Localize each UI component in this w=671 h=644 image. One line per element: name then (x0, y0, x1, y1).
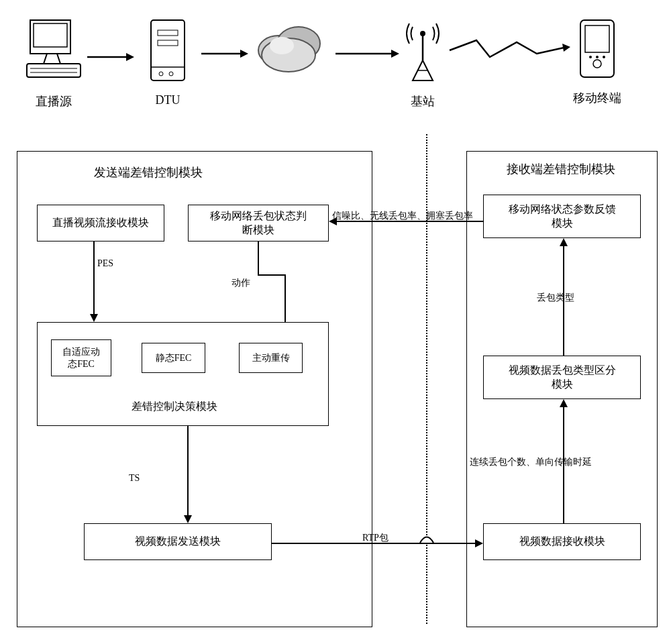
svg-rect-1 (34, 23, 67, 47)
svg-point-9 (159, 72, 163, 76)
rtp-label: RTP包 (362, 532, 389, 544)
adaptive-fec-box: 自适应动 态FEC (51, 339, 111, 376)
arrow-pes (87, 241, 101, 322)
retransmit-box: 主动重传 (239, 343, 303, 373)
loss-params-label: 连续丢包个数、单向传输时延 (470, 456, 592, 468)
wireless-link-icon (450, 37, 570, 64)
mobile-icon (564, 13, 631, 84)
svg-point-21 (589, 56, 592, 58)
loss-type-classify-module: 视频数据丢包类型区分 模块 (483, 356, 641, 399)
arrow-cloud-base (336, 47, 399, 60)
svg-rect-0 (30, 20, 70, 54)
svg-marker-27 (240, 50, 248, 58)
arrow-loss-params (557, 399, 570, 523)
action-label: 动作 (231, 277, 250, 289)
svg-rect-19 (585, 25, 609, 52)
cloud-icon (242, 13, 336, 87)
sender-title: 发送端差错控制模块 (94, 164, 203, 180)
cloud-node (242, 13, 336, 90)
svg-rect-7 (158, 30, 178, 36)
base-station-node: 基站 (396, 13, 450, 109)
svg-rect-2 (27, 64, 81, 77)
video-recv-module: 视频数据接收模块 (483, 523, 641, 560)
video-send-module: 视频数据发送模块 (84, 523, 272, 560)
separator-line (426, 134, 427, 624)
dtu-label: DTU (134, 93, 201, 107)
base-label: 基站 (396, 93, 450, 109)
mobile-node: 移动终端 (564, 13, 631, 106)
receiver-title: 接收端差错控制模块 (507, 161, 615, 177)
svg-point-23 (603, 56, 605, 58)
svg-point-10 (169, 72, 173, 76)
svg-marker-41 (475, 539, 483, 547)
svg-rect-5 (151, 20, 185, 80)
mobile-label: 移动终端 (564, 90, 631, 106)
live-source-node: 直播源 (20, 13, 87, 109)
svg-marker-39 (560, 399, 568, 407)
svg-point-14 (270, 37, 294, 54)
hop-arc-icon (420, 535, 433, 545)
arrow-ts (181, 426, 195, 523)
ts-label: TS (129, 473, 140, 484)
svg-marker-32 (90, 314, 98, 322)
svg-rect-8 (158, 40, 178, 46)
server-icon (134, 13, 201, 87)
svg-marker-35 (184, 515, 192, 523)
antenna-icon (396, 13, 450, 87)
dtu-node: DTU (134, 13, 201, 107)
svg-marker-37 (560, 238, 568, 246)
source-label: 直播源 (20, 93, 87, 109)
net-loss-judge-module: 移动网络丢包状态判 断模块 (188, 205, 329, 241)
topology-row: 直播源 DTU 基站 (20, 13, 651, 134)
svg-marker-25 (126, 53, 134, 61)
param-feedback-module: 移动网络状态参数反馈 模块 (483, 195, 641, 238)
live-video-recv-module: 直播视频流接收模块 (37, 205, 164, 241)
svg-marker-30 (562, 44, 570, 52)
svg-marker-29 (391, 50, 399, 58)
arrow-loss-type (557, 238, 570, 356)
svg-point-20 (593, 60, 601, 68)
static-fec-box: 静态FEC (142, 343, 205, 373)
error-control-decision-module: 自适应动 态FEC 静态FEC 主动重传 差错控制决策模块 (37, 322, 329, 426)
feedback-params-label: 信噪比、无线丢包率、拥塞丢包率 (332, 210, 473, 222)
computer-icon (20, 13, 87, 87)
decision-title: 差错控制决策模块 (132, 400, 217, 414)
arrow-source-dtu (87, 50, 134, 64)
svg-point-22 (596, 56, 599, 58)
arrow-dtu-cloud (201, 47, 248, 60)
